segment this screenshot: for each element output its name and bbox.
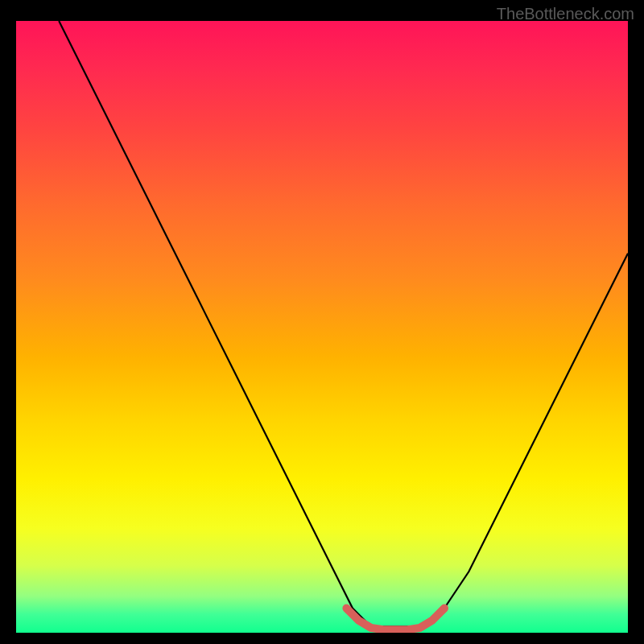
plot-area — [16, 21, 628, 633]
watermark-label: TheBottleneck.com — [497, 5, 634, 23]
curve-line — [59, 21, 628, 626]
chart-canvas — [16, 21, 628, 633]
optimum-marker — [346, 609, 444, 630]
